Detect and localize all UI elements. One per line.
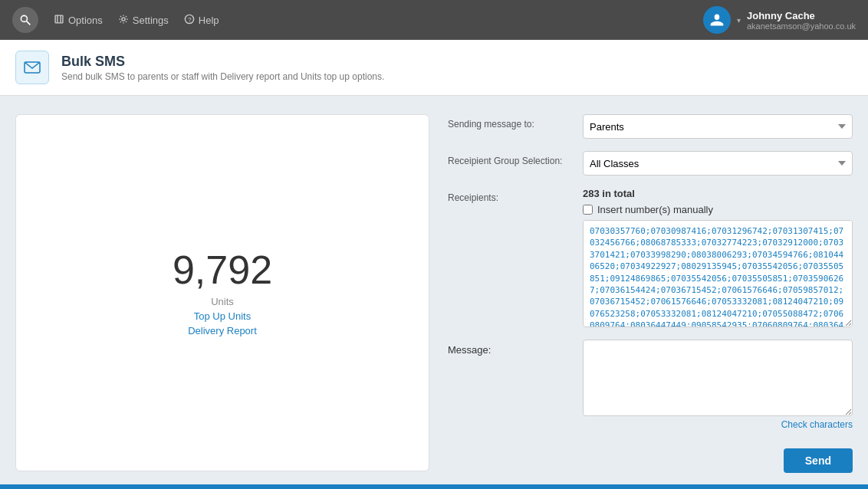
sending-message-label: Sending message to: (448, 114, 570, 130)
check-characters-link[interactable]: Check characters (583, 419, 853, 430)
user-menu[interactable]: ▾ Johnny Cache akanetsamson@yahoo.co.uk (703, 6, 856, 34)
recipients-label: Receipients: (448, 188, 570, 203)
svg-point-5 (122, 17, 125, 20)
help-label: Help (199, 15, 219, 26)
form-panel: Sending message to: Parents Staff Both R… (448, 114, 853, 471)
page-subtitle: Send bulk SMS to parents or staff with D… (61, 71, 384, 82)
insert-manual-row: Insert number(s) manually (583, 204, 853, 215)
recipients-count: 283 in total (583, 188, 853, 199)
svg-point-0 (21, 15, 27, 21)
send-bar: Send (448, 442, 853, 473)
svg-text:?: ? (188, 15, 192, 23)
svg-rect-2 (55, 15, 63, 23)
page-title: Bulk SMS (61, 54, 384, 70)
user-email: akanetsamson@yahoo.co.uk (747, 21, 856, 31)
options-label: Options (68, 15, 103, 26)
bulk-sms-icon (15, 51, 49, 84)
sending-message-row: Sending message to: Parents Staff Both (448, 114, 853, 139)
phone-numbers-textarea[interactable]: 07030357760;07030987416;07031296742;0703… (583, 220, 853, 327)
avatar (703, 6, 731, 34)
settings-link[interactable]: Settings (118, 14, 169, 27)
main-content: 9,792 Units Top Up Units Delivery Report… (0, 96, 868, 489)
topnav: Options Settings ? Help ▾ Johnny Cache (0, 0, 868, 40)
settings-label: Settings (133, 15, 169, 26)
message-row: Message: Check characters (448, 340, 853, 430)
send-button[interactable]: Send (784, 448, 853, 473)
options-link[interactable]: Options (54, 14, 103, 27)
sending-message-select[interactable]: Parents Staff Both (583, 114, 853, 139)
recipient-group-select[interactable]: All Classes Class 1 Class 2 (583, 151, 853, 176)
options-icon (54, 14, 64, 27)
message-label: Message: (448, 340, 570, 356)
topnav-caret: ▾ (737, 16, 741, 25)
delivery-report-link[interactable]: Delivery Report (188, 325, 257, 336)
search-button[interactable] (12, 7, 38, 33)
page-header: Bulk SMS Send bulk SMS to parents or sta… (0, 40, 868, 96)
settings-icon (118, 14, 129, 27)
units-panel: 9,792 Units Top Up Units Delivery Report (15, 114, 429, 471)
units-label: Units (211, 296, 234, 307)
recipient-group-label: Receipient Group Selection: (448, 151, 570, 166)
svg-line-1 (27, 21, 31, 25)
insert-manual-checkbox[interactable] (583, 205, 593, 215)
units-number: 9,792 (173, 250, 272, 290)
recipient-group-row: Receipient Group Selection: All Classes … (448, 151, 853, 176)
top-up-units-link[interactable]: Top Up Units (194, 310, 251, 322)
help-icon: ? (184, 14, 195, 27)
help-link[interactable]: ? Help (184, 14, 219, 27)
message-textarea[interactable] (583, 340, 853, 416)
user-name: Johnny Cache (747, 10, 856, 21)
recipients-row: Receipients: 283 in total Insert number(… (448, 188, 853, 327)
bottom-bar (0, 484, 868, 489)
insert-manual-label[interactable]: Insert number(s) manually (597, 204, 713, 215)
